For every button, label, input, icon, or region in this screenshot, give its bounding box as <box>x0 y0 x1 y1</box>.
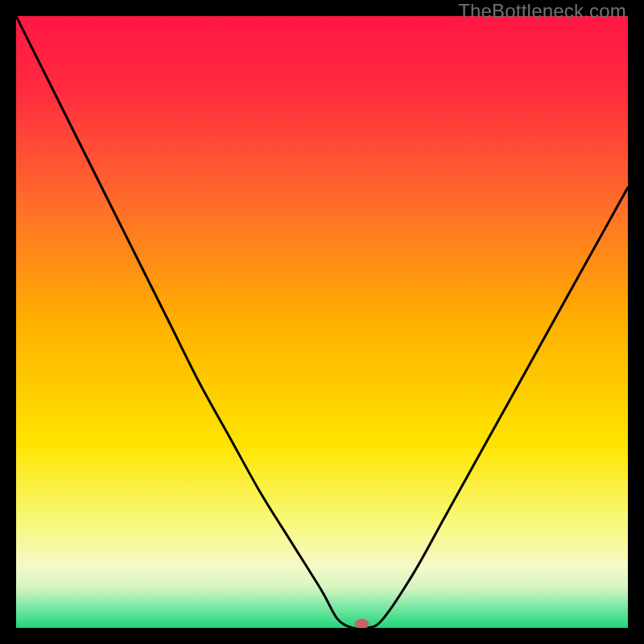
plot-area <box>16 16 628 628</box>
watermark-text: TheBottleneck.com <box>458 0 626 23</box>
bottleneck-chart-svg <box>16 16 628 628</box>
chart-frame: TheBottleneck.com <box>0 0 644 644</box>
gradient-background <box>16 16 628 628</box>
